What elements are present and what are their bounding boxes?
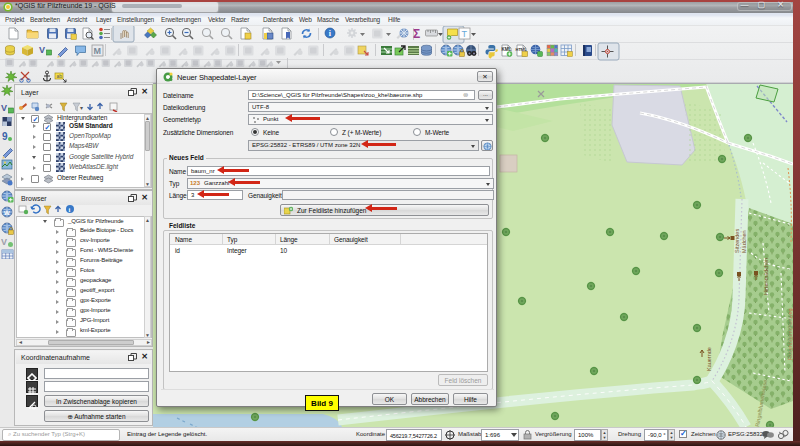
svg-text:V: V	[1, 237, 7, 247]
svg-text:i: i	[69, 206, 71, 213]
svg-text:Kauernde: Kauernde	[706, 347, 712, 371]
svg-text:Mädchen: Mädchen	[741, 230, 747, 253]
svg-text:Sitzendes: Sitzendes	[734, 229, 740, 253]
svg-text:Südl. Schlossgarten: Südl. Schlossgarten	[786, 314, 792, 359]
svg-text:9: 9	[2, 131, 8, 142]
svg-text:W: W	[4, 210, 10, 216]
svg-text:Hirtenmädchen: Hirtenmädchen	[763, 258, 769, 295]
svg-text:▾: ▾	[80, 105, 83, 111]
